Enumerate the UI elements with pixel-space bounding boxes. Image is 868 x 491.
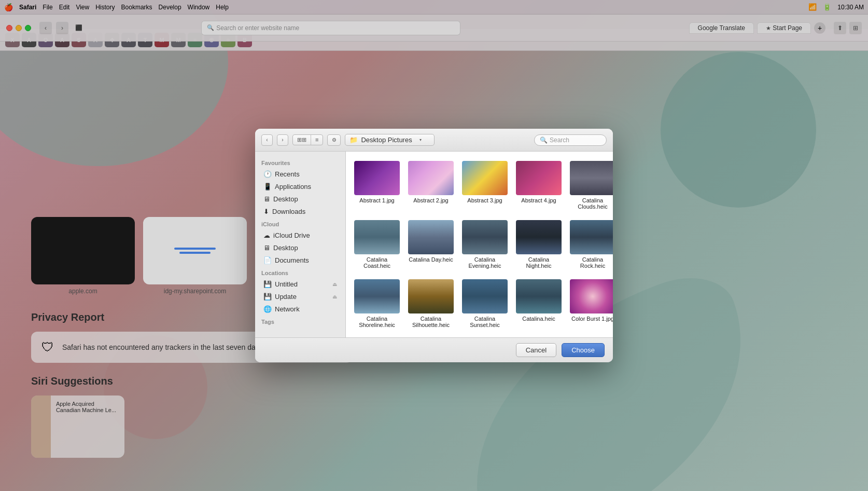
action-button[interactable]: ⚙ [327,134,341,146]
file-item-catalina-rock[interactable]: Catalina Rock.heic [568,217,613,272]
dialog-overlay: ‹ › ⊞⊞ ≡ ⚙ 📁 Desktop Pictures ▾ 🔍 Search… [0,0,868,491]
file-thumbnail-catalina-day [408,220,454,254]
documents-label: Documents [275,256,309,264]
folder-icon: 📁 [349,136,358,144]
sidebar-item-update[interactable]: 💾 Update ⏏ [257,291,343,303]
file-label-abstract1: Abstract 1.jpg [359,197,394,203]
file-item-abstract3[interactable]: Abstract 3.jpg [460,158,510,213]
sidebar-item-untitled[interactable]: 💾 Untitled ⏏ [257,278,343,290]
icloud-desktop-label: Desktop [273,244,298,252]
icloud-desktop-icon: 🖥 [263,244,270,252]
search-box[interactable]: 🔍 Search [534,134,607,146]
file-label-catalina-evening: Catalina Evening.heic [462,256,508,269]
dialog-toolbar: ‹ › ⊞⊞ ≡ ⚙ 📁 Desktop Pictures ▾ 🔍 Search [255,129,613,152]
file-thumbnail-abstract1 [354,161,400,195]
location-dropdown[interactable]: 📁 Desktop Pictures ▾ [345,134,434,146]
file-item-abstract2[interactable]: Abstract 2.jpg [406,158,456,213]
file-label-catalina-silhouette: Catalina Silhouette.heic [408,316,454,328]
file-label-abstract4: Abstract 4.jpg [521,197,556,203]
view-toggle: ⊞⊞ ≡ [292,134,323,145]
update-label: Update [275,293,297,301]
cancel-button[interactable]: Cancel [516,343,556,357]
file-grid: Abstract 1.jpg Abstract 2.jpg Abstract 3… [346,152,613,337]
file-label-abstract2: Abstract 2.jpg [413,197,448,203]
file-thumbnail-catalina-evening [462,220,508,254]
file-item-color-burst[interactable]: Color Burst 1.jpg [568,276,613,331]
icloud-icon: ☁ [263,231,270,239]
eject-icon-update[interactable]: ⏏ [332,294,337,299]
file-label-catalina-heic: Catalina.heic [522,316,555,322]
list-view-button[interactable]: ≡ [311,135,323,145]
file-thumbnail-abstract2 [408,161,454,195]
file-item-abstract4[interactable]: Abstract 4.jpg [514,158,564,213]
disk-icon-untitled: 💾 [263,280,272,288]
sidebar-item-desktop[interactable]: 🖥 Desktop [257,193,343,205]
file-picker-dialog: ‹ › ⊞⊞ ≡ ⚙ 📁 Desktop Pictures ▾ 🔍 Search… [255,129,613,362]
sidebar-item-applications[interactable]: 📱 Applications [257,181,343,193]
file-thumbnail-catalina-clouds [570,161,613,195]
dialog-back-button[interactable]: ‹ [261,134,273,146]
sidebar-item-recents[interactable]: 🕐 Recents [257,168,343,180]
file-thumbnail-catalina-heic [516,279,562,313]
search-icon: 🔍 [540,137,548,144]
downloads-label: Downloads [272,208,305,215]
dialog-body: Favourites 🕐 Recents 📱 Applications 🖥 De… [255,152,613,337]
eject-icon-untitled[interactable]: ⏏ [332,281,337,287]
untitled-label: Untitled [275,280,298,288]
file-label-catalina-clouds: Catalina Clouds.heic [570,197,613,210]
icloud-section-label: iCloud [255,218,345,229]
icloud-drive-label: iCloud Drive [273,231,310,239]
documents-icon: 📄 [263,256,272,264]
tags-section-label: Tags [255,316,345,326]
file-item-catalina-silhouette[interactable]: Catalina Silhouette.heic [406,276,456,331]
disk-icon-update: 💾 [263,293,272,301]
file-thumbnail-catalina-silhouette [408,279,454,313]
file-item-catalina-evening[interactable]: Catalina Evening.heic [460,217,510,272]
grid-view-button[interactable]: ⊞⊞ [293,135,311,145]
file-label-catalina-rock: Catalina Rock.heic [570,256,613,269]
file-item-catalina-clouds[interactable]: Catalina Clouds.heic [568,158,613,213]
sidebar: Favourites 🕐 Recents 📱 Applications 🖥 De… [255,152,346,337]
recents-label: Recents [275,170,300,178]
sidebar-item-icloud-drive[interactable]: ☁ iCloud Drive [257,229,343,241]
file-thumbnail-abstract4 [516,161,562,195]
dialog-forward-button[interactable]: › [277,134,288,146]
file-label-catalina-night: Catalina Night.heic [516,256,562,269]
favourites-section-label: Favourites [255,157,345,168]
recents-icon: 🕐 [263,170,272,178]
file-thumbnail-catalina-coast [354,220,400,254]
sidebar-item-downloads[interactable]: ⬇ Downloads [257,206,343,217]
file-item-catalina-shoreline[interactable]: Catalina Shoreline.heic [352,276,402,331]
file-thumbnail-catalina-rock [570,220,613,254]
file-item-abstract1[interactable]: Abstract 1.jpg [352,158,402,213]
file-label-catalina-shoreline: Catalina Shoreline.heic [354,316,400,328]
network-label: Network [275,305,300,313]
file-label-catalina-sunset: Catalina Sunset.heic [462,316,508,328]
search-placeholder: Search [550,137,569,144]
downloads-icon: ⬇ [263,208,269,215]
choose-button[interactable]: Choose [562,343,605,357]
file-item-catalina-day[interactable]: Catalina Day.heic [406,217,456,272]
file-item-catalina-coast[interactable]: Catalina Coast.heic [352,217,402,272]
file-thumbnail-catalina-shoreline [354,279,400,313]
network-icon: 🌐 [263,305,272,313]
locations-section-label: Locations [255,267,345,278]
file-label-catalina-coast: Catalina Coast.heic [354,256,400,269]
file-label-color-burst: Color Burst 1.jpg [571,316,613,322]
file-item-catalina-night[interactable]: Catalina Night.heic [514,217,564,272]
file-item-catalina-sunset[interactable]: Catalina Sunset.heic [460,276,510,331]
file-thumbnail-abstract3 [462,161,508,195]
sidebar-item-documents[interactable]: 📄 Documents [257,254,343,266]
applications-label: Applications [275,183,311,190]
file-label-abstract3: Abstract 3.jpg [467,197,502,203]
sidebar-item-network[interactable]: 🌐 Network [257,303,343,315]
desktop-icon: 🖥 [263,195,270,203]
file-label-catalina-day: Catalina Day.heic [409,256,453,263]
sidebar-item-icloud-desktop[interactable]: 🖥 Desktop [257,242,343,254]
file-item-catalina-heic[interactable]: Catalina.heic [514,276,564,331]
file-thumbnail-catalina-night [516,220,562,254]
applications-icon: 📱 [263,183,272,190]
file-thumbnail-catalina-sunset [462,279,508,313]
location-label: Desktop Pictures [361,136,412,144]
dialog-footer: Cancel Choose [255,337,613,362]
